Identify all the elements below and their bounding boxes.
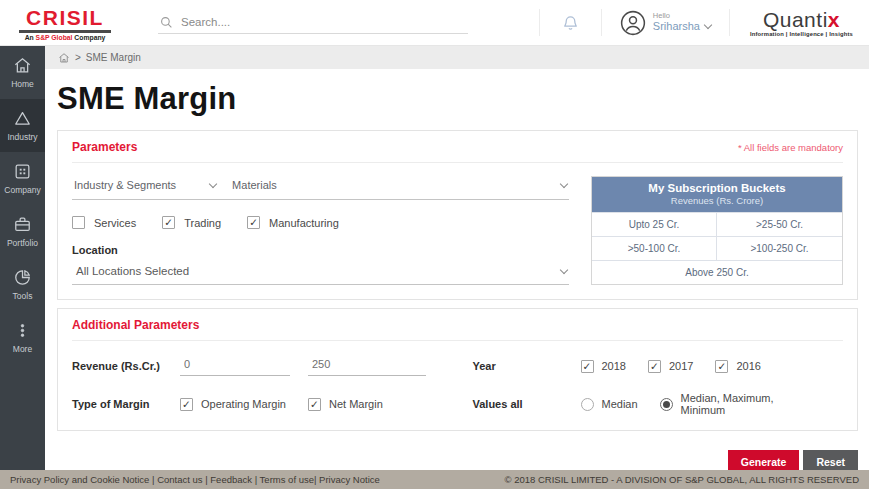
year-label: Year <box>473 360 581 372</box>
bucket-cell: Above 250 Cr. <box>592 260 842 284</box>
bucket-cell: Upto 25 Cr. <box>592 212 717 236</box>
operating-margin-label: Operating Margin <box>201 398 286 410</box>
revenue-min-input[interactable] <box>180 356 290 376</box>
breadcrumb-home-icon[interactable] <box>58 52 70 64</box>
tools-icon <box>13 268 32 287</box>
subscription-buckets-table: My Subscription Buckets Revenues (Rs. Cr… <box>591 176 843 285</box>
quantix-logo-text: Quantix <box>763 9 840 30</box>
industry-icon <box>13 109 32 128</box>
median-max-min-radio-label: Median, Maximum, Minimum <box>681 392 821 416</box>
net-margin-label: Net Margin <box>329 398 383 410</box>
year-2018-checkbox[interactable] <box>581 360 594 373</box>
portfolio-icon <box>13 215 32 234</box>
chevron-down-icon <box>560 265 568 273</box>
user-name: Sriharsha <box>653 20 700 33</box>
sidebar-item-company[interactable]: Company <box>0 152 45 205</box>
user-menu[interactable]: Hello Sriharsha <box>602 0 729 45</box>
subscription-buckets-subtitle: Revenues (Rs. Crore) <box>596 195 838 206</box>
chevron-down-icon <box>560 179 568 187</box>
trading-checkbox[interactable] <box>162 216 175 229</box>
top-header: CRISIL An S&P Global Company Hello Sriha… <box>0 0 869 46</box>
footer-copyright: © 2018 CRISIL LIMITED - A DIVISION OF S&… <box>505 474 859 485</box>
year-2017-checkbox[interactable] <box>648 360 661 373</box>
crisil-logo-bar <box>19 30 111 33</box>
company-icon <box>13 162 32 181</box>
industry-segments-dropdown[interactable]: Industry & Segments Materials <box>72 176 569 200</box>
footer: Privacy Policy and Cookie Notice | Conta… <box>0 470 869 489</box>
bell-icon <box>562 14 579 31</box>
manufacturing-checkbox-label: Manufacturing <box>269 217 339 229</box>
more-icon <box>13 321 32 340</box>
breadcrumb: > SME Margin <box>45 46 869 69</box>
values-all-label: Values all <box>473 398 581 410</box>
subscription-buckets-header: My Subscription Buckets Revenues (Rs. Cr… <box>592 177 842 212</box>
sidebar-item-more[interactable]: More <box>0 311 45 364</box>
location-value: All Locations Selected <box>76 265 189 277</box>
sidebar-item-industry[interactable]: Industry <box>0 99 45 152</box>
industry-segments-value: Materials <box>232 179 277 191</box>
sidebar-item-label: Portfolio <box>7 238 38 248</box>
sidebar-item-label: More <box>13 344 32 354</box>
quantix-tagline: Information | Intelligence | Insights <box>750 31 853 37</box>
revenue-label: Revenue (Rs.Cr.) <box>72 360 180 372</box>
page-title: SME Margin <box>57 81 869 117</box>
left-sidebar: Home Industry Company Portfolio Tools Mo… <box>0 46 45 470</box>
mandatory-note: * All fields are mandatory <box>738 142 843 153</box>
year-2017-label: 2017 <box>669 360 693 372</box>
sidebar-item-home[interactable]: Home <box>0 46 45 99</box>
trading-checkbox-label: Trading <box>184 217 221 229</box>
year-2016-label: 2016 <box>736 360 760 372</box>
industry-segments-label: Industry & Segments <box>74 179 176 191</box>
revenue-max-input[interactable] <box>308 356 426 376</box>
quantix-logo: Quantix Information | Intelligence | Ins… <box>730 9 869 37</box>
year-2018-label: 2018 <box>602 360 626 372</box>
median-radio[interactable] <box>581 398 594 411</box>
manufacturing-checkbox[interactable] <box>247 216 260 229</box>
year-2016-checkbox[interactable] <box>715 360 728 373</box>
crisil-logo-tagline: An S&P Global Company <box>25 34 106 41</box>
user-greeting: Hello <box>653 12 711 21</box>
chevron-down-icon <box>704 21 712 29</box>
location-dropdown[interactable]: All Locations Selected <box>72 258 569 285</box>
net-margin-checkbox[interactable] <box>308 398 321 411</box>
parameters-panel: Parameters * All fields are mandatory In… <box>57 130 858 300</box>
services-checkbox-label: Services <box>94 217 136 229</box>
parameters-heading: Parameters <box>72 140 137 154</box>
breadcrumb-current: SME Margin <box>86 52 141 63</box>
services-checkbox[interactable] <box>72 216 85 229</box>
global-search[interactable] <box>158 12 468 34</box>
home-icon <box>13 56 32 75</box>
crisil-logo-text: CRISIL <box>26 7 104 28</box>
footer-links[interactable]: Privacy Policy and Cookie Notice | Conta… <box>10 474 380 485</box>
bucket-cell: >50-100 Cr. <box>592 236 717 260</box>
user-avatar-icon <box>620 10 646 36</box>
sidebar-item-label: Home <box>11 79 34 89</box>
median-max-min-radio[interactable] <box>660 398 673 411</box>
sidebar-item-label: Industry <box>7 132 37 142</box>
subscription-buckets-title: My Subscription Buckets <box>596 182 838 194</box>
location-label: Location <box>72 244 569 256</box>
type-of-margin-label: Type of Margin <box>72 398 180 410</box>
bucket-cell: >100-250 Cr. <box>717 236 842 260</box>
sidebar-item-portfolio[interactable]: Portfolio <box>0 205 45 258</box>
additional-parameters-heading: Additional Parameters <box>72 318 199 332</box>
breadcrumb-separator: > <box>75 52 81 63</box>
sidebar-item-tools[interactable]: Tools <box>0 258 45 311</box>
crisil-logo[interactable]: CRISIL An S&P Global Company <box>0 5 130 41</box>
bucket-cell: >25-50 Cr. <box>717 212 842 236</box>
notifications-button[interactable] <box>540 0 601 45</box>
sidebar-item-label: Company <box>4 185 40 195</box>
chevron-down-icon <box>209 179 217 187</box>
search-input[interactable] <box>181 16 466 28</box>
sidebar-item-label: Tools <box>13 291 33 301</box>
search-icon <box>160 16 173 29</box>
additional-parameters-panel: Additional Parameters Revenue (Rs.Cr.) Y… <box>57 308 858 431</box>
median-radio-label: Median <box>602 398 638 410</box>
operating-margin-checkbox[interactable] <box>180 398 193 411</box>
